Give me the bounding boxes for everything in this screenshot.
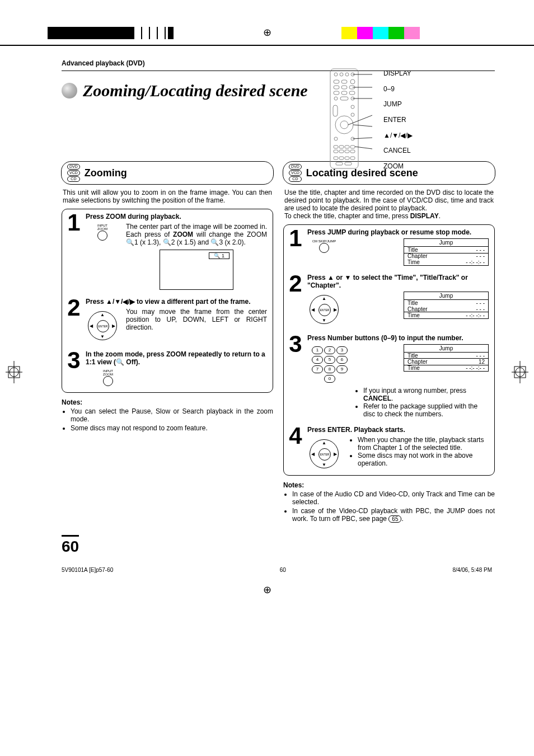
callout-dpad: ▲/▼/◀/▶ [383,132,413,139]
svg-rect-20 [341,91,347,95]
svg-point-9 [334,73,338,76]
jump-button-icon: CM SKIP/JUMP [307,238,341,255]
jump-osd-2: Jump Title- - - Chapter- - - Time- -:- -… [404,292,489,319]
print-registration-bar: ⊕ [0,21,534,49]
dpad-icon: ENTER ▲▼◀▶ [307,292,341,326]
breadcrumb: Advanced playback (DVD) [62,59,495,67]
zoom-button-icon: INPUT ZOOM [86,223,119,242]
svg-rect-36 [334,150,338,153]
svg-rect-13 [334,80,339,83]
callout-numbers: 0–9 [383,85,413,93]
dpad-icon: ENTER ▲▼◀▶ [86,308,119,342]
svg-rect-35 [350,145,355,148]
step-num-2: 2 [64,298,83,342]
svg-line-51 [353,138,372,139]
remote-diagram: DISPLAY 0–9 JUMP ENTER ▲/▼/◀/▶ CANCEL ZO… [325,66,413,177]
svg-rect-44 [336,162,343,165]
locate-notes-head: Notes: [283,481,495,489]
zooming-header: DVD VCD CD Zooming [61,161,274,185]
page-title: Zooming/Locating desired scene [62,81,495,100]
svg-rect-34 [345,145,349,148]
zooming-intro: This unit will allow you to zoom in on t… [63,189,272,204]
svg-point-30 [334,137,338,140]
number-buttons-icon: 123 456 789 0 [307,344,352,383]
svg-rect-32 [334,145,338,148]
svg-point-27 [351,113,354,116]
callout-display: DISPLAY [383,69,413,77]
page-number: 60 [62,535,79,556]
svg-point-26 [351,105,354,109]
callout-zoom: ZOOM [383,162,413,170]
svg-point-22 [334,97,338,100]
zoom-notes-head: Notes: [62,398,273,406]
svg-rect-41 [339,157,344,159]
locate-notes: In case of the Audio CD and Video-CD, on… [283,490,495,523]
svg-rect-16 [334,86,339,89]
svg-rect-40 [334,157,338,159]
svg-rect-42 [345,157,349,159]
callout-cancel: CANCEL [383,147,413,154]
svg-point-11 [345,73,349,76]
step-num-1: 1 [64,213,83,290]
print-footer: 5V90101A [E]p57-60 60 8/4/06, 5:48 PM ⊕ [62,567,495,584]
jump-osd-1: Jump Title- - - Chapter- - - Time- -:- -… [404,238,489,266]
svg-rect-33 [339,145,344,148]
svg-point-15 [350,79,355,84]
locating-intro: Use the title, chapter and time recorded… [284,189,494,220]
zoom-preview: 🔍 1 [160,250,233,290]
svg-rect-19 [334,91,339,95]
svg-rect-45 [345,162,352,165]
svg-point-29 [340,121,348,129]
locating-steps: 1 Press JUMP during playback or resume s… [283,224,495,476]
svg-rect-37 [339,150,344,153]
svg-rect-25 [333,105,338,116]
svg-rect-43 [350,157,355,159]
jump-osd-3: Jump Title- - - Chapter12 Time- -:- -:- … [404,344,489,372]
svg-rect-23 [340,97,348,100]
callout-jump: JUMP [383,100,413,108]
svg-rect-39 [350,150,355,153]
svg-line-50 [353,125,372,126]
zoom-notes: You can select the Pause, Slow or Search… [62,407,273,432]
step-num-3: 3 [64,350,83,388]
svg-point-28 [335,116,353,134]
svg-point-10 [340,73,343,76]
svg-rect-21 [349,91,355,95]
svg-rect-38 [345,150,349,153]
zooming-steps: 1 Press ZOOM during playback. INPUT ZOOM… [62,209,273,393]
callout-enter: ENTER [383,116,413,124]
svg-line-52 [355,147,372,149]
svg-rect-14 [341,80,347,83]
dpad-icon: ENTER ▲▼◀▶ [307,436,341,471]
svg-rect-17 [341,86,347,89]
